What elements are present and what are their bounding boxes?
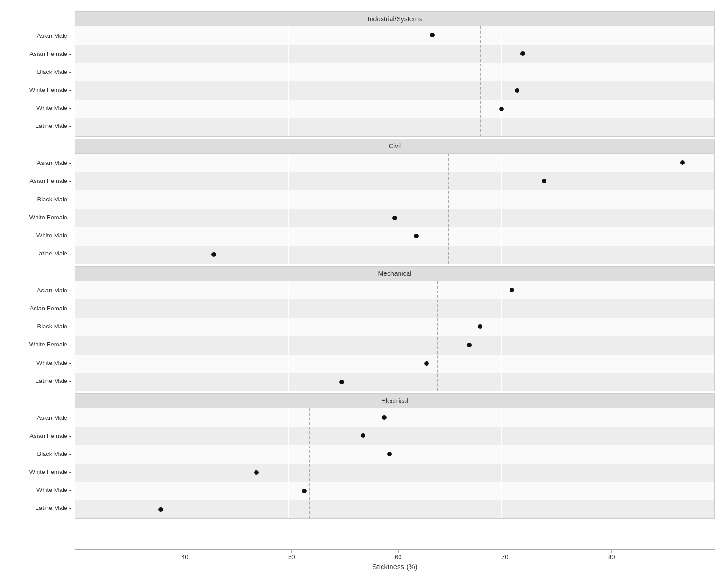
vgrid-1-80 — [608, 154, 608, 264]
y-label-3-2: Black Male - — [13, 446, 75, 462]
x-tick-label-60: 60 — [395, 554, 401, 561]
y-label-3-0: Asian Male - — [13, 410, 75, 425]
y-label-1-5: Latine Male - — [13, 246, 75, 261]
dot-1-0 — [680, 160, 685, 165]
panel-header-1: Civil — [75, 139, 714, 154]
dot-3-1 — [361, 433, 365, 438]
plot-area: Asian Male -Asian Female -Black Male -Wh… — [13, 11, 715, 549]
dot-3-3 — [254, 470, 259, 475]
y-label-2-0: Asian Male - — [13, 283, 75, 298]
y-labels-2: Asian Male -Asian Female -Black Male -Wh… — [13, 266, 75, 392]
y-label-0-4: White Male - — [13, 100, 75, 116]
dot-3-2 — [387, 452, 392, 456]
dot-0-4 — [499, 107, 504, 111]
vgrid-2-70 — [501, 281, 502, 391]
y-label-1-4: White Male - — [13, 227, 75, 243]
panel-body-0 — [75, 26, 714, 136]
panel-body-3 — [75, 408, 714, 518]
ref-line-3 — [309, 408, 310, 518]
vgrid-1-50 — [288, 154, 289, 264]
dot-1-1 — [542, 179, 546, 183]
vgrid-0-60 — [395, 26, 395, 136]
vgrid-2-80 — [608, 281, 608, 391]
y-label-3-3: White Female - — [13, 464, 75, 480]
dot-1-5 — [211, 252, 216, 257]
dot-0-0 — [430, 33, 435, 37]
x-tick-line-80 — [611, 550, 612, 553]
x-axis-area: 4050607080 Stickiness (%) — [13, 549, 715, 571]
y-labels-1: Asian Male -Asian Female -Black Male -Wh… — [13, 139, 75, 264]
vgrid-0-40 — [182, 26, 182, 136]
y-label-2-4: White Male - — [13, 355, 75, 370]
dot-0-1 — [520, 51, 525, 56]
y-label-2-2: Black Male - — [13, 319, 75, 334]
y-labels-3: Asian Male -Asian Female -Black Male -Wh… — [13, 393, 75, 519]
dot-3-5 — [158, 507, 163, 512]
dot-2-5 — [339, 380, 344, 384]
vgrid-3-60 — [395, 408, 395, 518]
panel-3: Asian Male -Asian Female -Black Male -Wh… — [13, 393, 715, 519]
vgrid-3-70 — [501, 408, 502, 518]
ref-line-2 — [437, 281, 438, 391]
vgrid-2-40 — [182, 281, 182, 391]
x-tick-line-70 — [505, 550, 505, 553]
x-tick-line-60 — [398, 550, 399, 553]
x-tick-label-40: 40 — [182, 554, 188, 561]
x-tick-label-70: 70 — [501, 554, 508, 561]
panel-0: Asian Male -Asian Female -Black Male -Wh… — [13, 11, 715, 137]
vgrid-3-40 — [182, 408, 182, 518]
y-label-3-1: Asian Female - — [13, 428, 75, 443]
vgrid-1-60 — [395, 154, 395, 264]
vgrid-0-70 — [501, 26, 502, 136]
panel-body-2 — [75, 281, 714, 391]
y-label-0-2: Black Male - — [13, 64, 75, 79]
ref-line-1 — [448, 154, 449, 264]
vgrid-3-50 — [288, 408, 289, 518]
x-axis-title: Stickiness (%) — [75, 563, 715, 571]
x-tick-80: 80 — [608, 550, 615, 561]
x-tick-label-80: 80 — [608, 554, 615, 561]
panel-2: Asian Male -Asian Female -Black Male -Wh… — [13, 266, 715, 392]
ref-line-0 — [480, 26, 481, 136]
chart-container: Asian Male -Asian Female -Black Male -Wh… — [13, 11, 715, 571]
y-label-0-0: Asian Male - — [13, 28, 75, 43]
y-label-1-1: Asian Female - — [13, 173, 75, 189]
panel-header-2: Mechanical — [75, 267, 714, 281]
dot-3-0 — [382, 415, 387, 420]
dot-2-2 — [478, 324, 482, 329]
y-label-0-5: Latine Male - — [13, 118, 75, 134]
x-tick-50: 50 — [288, 550, 295, 561]
dot-3-4 — [302, 489, 307, 493]
panel-body-1 — [75, 154, 714, 264]
y-label-2-1: Asian Female - — [13, 301, 75, 316]
vgrid-1-70 — [501, 154, 502, 264]
y-label-0-3: White Female - — [13, 82, 75, 97]
dot-2-0 — [510, 288, 514, 292]
panel-plot-3: Electrical — [75, 393, 715, 519]
dot-1-3 — [392, 216, 397, 220]
vgrid-0-50 — [288, 26, 289, 136]
y-label-0-1: Asian Female - — [13, 46, 75, 61]
dot-1-4 — [414, 234, 419, 238]
vgrid-2-60 — [395, 281, 395, 391]
panel-plot-1: Civil — [75, 139, 715, 264]
y-label-2-3: White Female - — [13, 337, 75, 352]
x-axis: 4050607080 Stickiness (%) — [75, 549, 715, 571]
y-labels-0: Asian Male -Asian Female -Black Male -Wh… — [13, 11, 75, 137]
panel-1: Asian Male -Asian Female -Black Male -Wh… — [13, 139, 715, 264]
x-tick-label-50: 50 — [288, 554, 295, 561]
y-label-3-4: White Male - — [13, 482, 75, 498]
panel-header-3: Electrical — [75, 394, 714, 408]
x-tick-70: 70 — [501, 550, 508, 561]
dot-2-3 — [467, 343, 472, 347]
vgrid-3-80 — [608, 408, 608, 518]
y-label-3-5: Latine Male - — [13, 500, 75, 516]
y-label-1-2: Black Male - — [13, 191, 75, 207]
y-label-1-3: White Female - — [13, 209, 75, 225]
vgrid-2-50 — [288, 281, 289, 391]
vgrid-0-80 — [608, 26, 608, 136]
x-tick-line-50 — [291, 550, 292, 553]
dot-0-3 — [515, 88, 519, 93]
panel-plot-2: Mechanical — [75, 266, 715, 392]
vgrid-1-40 — [182, 154, 182, 264]
